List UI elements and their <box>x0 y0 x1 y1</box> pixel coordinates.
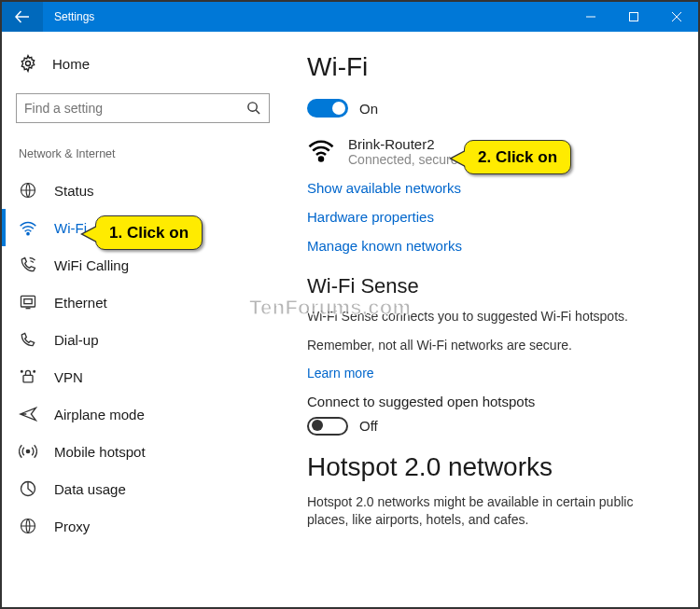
wifi-signal-icon <box>307 138 335 162</box>
sidebar-item-status[interactable]: Status <box>2 172 287 209</box>
sidebar-item-ethernet[interactable]: Ethernet <box>2 284 287 321</box>
close-button[interactable] <box>655 2 698 32</box>
search-icon <box>246 101 261 116</box>
svg-rect-5 <box>21 296 35 307</box>
hardware-properties-link[interactable]: Hardware properties <box>307 209 672 225</box>
sidebar-item-airplane[interactable]: Airplane mode <box>2 395 287 433</box>
sidebar-item-wifi-calling[interactable]: WiFi Calling <box>2 246 287 284</box>
svg-point-4 <box>27 233 29 235</box>
page-title: Wi-Fi <box>307 52 672 82</box>
svg-rect-6 <box>24 299 32 304</box>
svg-point-2 <box>248 103 257 111</box>
sidebar-item-label: Mobile hotspot <box>54 444 146 460</box>
sidebar-item-vpn[interactable]: VPN <box>2 358 287 395</box>
sidebar-item-label: Status <box>54 183 94 199</box>
dialup-icon <box>19 330 37 349</box>
annotation-1: 1. Click on <box>95 215 203 250</box>
status-icon <box>19 181 37 200</box>
learn-more-link[interactable]: Learn more <box>307 366 672 381</box>
svg-point-13 <box>319 157 323 160</box>
window-title: Settings <box>43 10 94 23</box>
suggested-toggle-row: Off <box>307 417 672 436</box>
wifi-toggle-label: On <box>359 101 378 117</box>
airplane-icon <box>19 405 37 423</box>
main-panel: Wi-Fi On Brink-Router2 Connected, secure… <box>287 32 698 607</box>
svg-rect-0 <box>630 13 638 21</box>
show-networks-link[interactable]: Show available networks <box>307 180 672 196</box>
sidebar-item-label: VPN <box>54 369 83 385</box>
sidebar-item-label: WiFi Calling <box>54 257 129 273</box>
wifi-icon <box>19 218 37 237</box>
wifi-sense-heading: Wi-Fi Sense <box>307 274 672 298</box>
search-input[interactable] <box>16 93 270 123</box>
svg-rect-7 <box>23 375 33 382</box>
manage-networks-link[interactable]: Manage known networks <box>307 238 672 254</box>
wifi-toggle-row: On <box>307 99 672 118</box>
data-usage-icon <box>19 479 37 498</box>
hotspot20-desc: Hotspot 2.0 networks might be available … <box>307 493 672 529</box>
svg-point-1 <box>26 62 31 66</box>
wifi-sense-note: Remember, not all Wi-Fi networks are sec… <box>307 337 672 354</box>
titlebar: Settings <box>2 2 698 32</box>
category-label: Network & Internet <box>2 138 287 172</box>
sidebar-item-dialup[interactable]: Dial-up <box>2 321 287 358</box>
maximize-button[interactable] <box>612 2 655 32</box>
suggested-toggle-label: Off <box>359 418 378 434</box>
sidebar-item-label: Airplane mode <box>54 407 145 422</box>
back-button[interactable] <box>2 2 43 32</box>
wifi-calling-icon <box>19 256 37 274</box>
home-button[interactable]: Home <box>2 48 287 78</box>
sidebar-item-label: Ethernet <box>54 295 107 311</box>
sidebar: Home Network & Internet Status Wi-Fi WiF… <box>2 32 287 607</box>
hotspot-icon <box>19 442 37 461</box>
svg-point-9 <box>34 370 35 372</box>
proxy-icon <box>19 517 37 535</box>
wifi-toggle[interactable] <box>307 99 348 118</box>
wifi-sense-desc: Wi-Fi Sense connects you to suggested Wi… <box>307 308 672 325</box>
sidebar-item-datausage[interactable]: Data usage <box>2 470 287 507</box>
minimize-button[interactable] <box>569 2 612 32</box>
network-name: Brink-Router2 <box>348 136 465 152</box>
ethernet-icon <box>19 293 37 311</box>
sidebar-item-label: Dial-up <box>54 332 99 348</box>
suggested-hotspots-label: Connect to suggested open hotspots <box>307 394 672 409</box>
sidebar-item-label: Data usage <box>54 481 126 497</box>
window-controls <box>569 2 698 32</box>
svg-point-10 <box>26 450 29 452</box>
network-status: Connected, secured <box>348 152 465 167</box>
annotation-2: 2. Click on <box>464 140 571 174</box>
gear-icon <box>19 54 37 73</box>
sidebar-item-hotspot[interactable]: Mobile hotspot <box>2 433 287 470</box>
home-label: Home <box>52 56 90 72</box>
sidebar-item-label: Proxy <box>54 519 90 534</box>
vpn-icon <box>19 367 37 386</box>
svg-point-8 <box>21 370 23 372</box>
hotspot20-heading: Hotspot 2.0 networks <box>307 452 672 482</box>
sidebar-item-proxy[interactable]: Proxy <box>2 507 287 545</box>
suggested-hotspots-toggle[interactable] <box>307 417 348 436</box>
search-field[interactable] <box>24 101 246 116</box>
